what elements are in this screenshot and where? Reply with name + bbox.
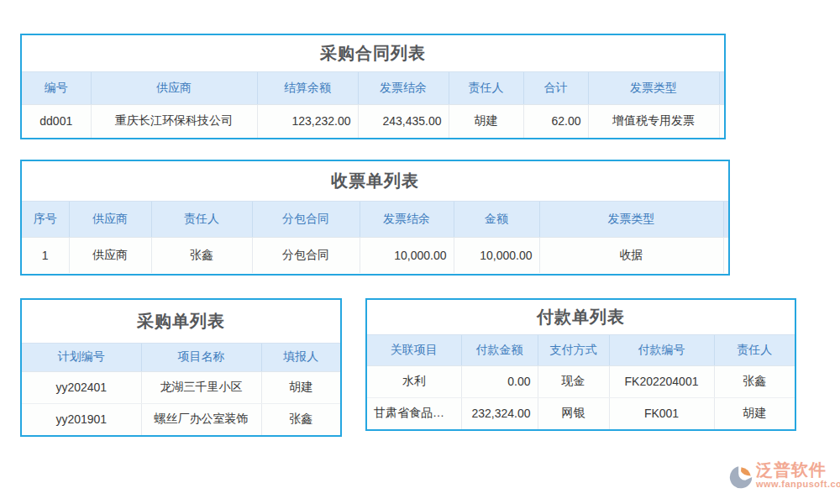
cell: 胡建 [714, 397, 795, 429]
cell: FK202204001 [609, 365, 714, 397]
column-header: 发票结余 [358, 72, 449, 104]
purchase-contract-table-title: 采购合同列表 [22, 35, 724, 72]
column-header: 金额 [454, 202, 539, 237]
column-header: 计划编号 [22, 344, 141, 371]
table-row[interactable]: yy201901螺丝厂办公室装饰张鑫 [22, 403, 340, 435]
column-header: 付款金额 [461, 335, 538, 365]
column-header: 编号 [22, 72, 91, 104]
fanpu-logo-icon [727, 464, 754, 491]
cell: 232,324.00 [461, 397, 538, 429]
header-row: 计划编号项目名称填报人 [22, 344, 340, 371]
column-header: 发票结余 [360, 202, 454, 237]
cell: yy201901 [22, 403, 141, 435]
cell: 龙湖三千里小区 [141, 371, 261, 403]
cell: 甘肃省食品药... [367, 397, 461, 429]
fanpu-brand-text: 泛普软件 [756, 461, 840, 478]
table-row[interactable]: 1供应商张鑫分包合同10,000.0010,000.00收据 [22, 237, 728, 273]
header-row: 编号供应商结算余额发票结余责任人合计发票类型 [22, 72, 724, 104]
column-header: 责任人 [151, 202, 252, 237]
cell: 收据 [539, 237, 723, 273]
cell: 螺丝厂办公室装饰 [141, 403, 261, 435]
cell: 123,232.00 [257, 104, 358, 138]
cell: 胡建 [449, 104, 523, 138]
cell: 供应商 [69, 237, 151, 273]
scroll-strip [723, 237, 728, 273]
table-row[interactable]: yy202401龙湖三千里小区胡建 [22, 371, 340, 403]
cell: 张鑫 [261, 403, 340, 435]
cell: 胡建 [261, 371, 340, 403]
cell: 张鑫 [151, 237, 252, 273]
column-header: 供应商 [91, 72, 257, 104]
column-header: 项目名称 [141, 344, 261, 371]
column-header: 供应商 [69, 202, 151, 237]
table-row[interactable]: 水利0.00现金FK202204001张鑫 [367, 365, 795, 397]
column-header: 关联项目 [367, 335, 461, 365]
column-header: 付款编号 [609, 335, 714, 365]
cell: 10,000.00 [454, 237, 539, 273]
cell: yy202401 [22, 371, 141, 403]
column-header: 发票类型 [539, 202, 723, 237]
column-header: 分包合同 [252, 202, 360, 237]
cell: dd001 [22, 104, 91, 138]
cell: 网银 [538, 397, 609, 429]
payment-list-table-title: 付款单列表 [367, 300, 795, 335]
scroll-strip [719, 72, 724, 104]
column-header: 合计 [523, 72, 588, 104]
column-header: 支付方式 [538, 335, 609, 365]
purchase-order-table: 计划编号项目名称填报人yy202401龙湖三千里小区胡建yy201901螺丝厂办… [22, 344, 340, 435]
cell: 重庆长江环保科技公司 [91, 104, 257, 138]
scroll-strip [719, 104, 724, 138]
cell: 1 [22, 237, 69, 273]
table-row[interactable]: dd001重庆长江环保科技公司123,232.00243,435.00胡建62.… [22, 104, 724, 138]
table-row[interactable]: 甘肃省食品药...232,324.00网银FK001胡建 [367, 397, 795, 429]
scroll-strip [723, 202, 728, 237]
payment-list-table: 关联项目付款金额支付方式付款编号责任人水利0.00现金FK202204001张鑫… [367, 335, 795, 429]
cell: 水利 [367, 365, 461, 397]
cell: 0.00 [461, 365, 538, 397]
receipt-list-table: 序号供应商责任人分包合同发票结余金额发票类型1供应商张鑫分包合同10,000.0… [22, 202, 728, 273]
column-header: 结算余额 [257, 72, 358, 104]
cell: FK001 [609, 397, 714, 429]
purchase-contract-table-card: 采购合同列表 编号供应商结算余额发票结余责任人合计发票类型dd001重庆长江环保… [20, 34, 726, 139]
column-header: 发票类型 [588, 72, 719, 104]
header-row: 关联项目付款金额支付方式付款编号责任人 [367, 335, 795, 365]
cell: 62.00 [523, 104, 588, 138]
cell: 分包合同 [252, 237, 360, 273]
cell: 243,435.00 [358, 104, 449, 138]
header-row: 序号供应商责任人分包合同发票结余金额发票类型 [22, 202, 728, 237]
receipt-list-table-title: 收票单列表 [22, 161, 728, 202]
fanpu-watermark: 泛普软件 www.fanpusoft.com [727, 461, 835, 498]
purchase-order-table-card: 采购单列表 计划编号项目名称填报人yy202401龙湖三千里小区胡建yy2019… [20, 298, 342, 437]
column-header: 责任人 [449, 72, 523, 104]
cell: 张鑫 [714, 365, 795, 397]
cell: 现金 [538, 365, 609, 397]
column-header: 序号 [22, 202, 69, 237]
column-header: 填报人 [261, 344, 340, 371]
fanpu-url-text: www.fanpusoft.com [756, 480, 840, 489]
purchase-contract-table: 编号供应商结算余额发票结余责任人合计发票类型dd001重庆长江环保科技公司123… [22, 72, 724, 138]
column-header: 责任人 [714, 335, 795, 365]
purchase-order-table-title: 采购单列表 [22, 300, 340, 344]
cell: 增值税专用发票 [588, 104, 719, 138]
cell: 10,000.00 [360, 237, 454, 273]
receipt-list-table-card: 收票单列表 序号供应商责任人分包合同发票结余金额发票类型1供应商张鑫分包合同10… [20, 160, 730, 276]
payment-list-table-card: 付款单列表 关联项目付款金额支付方式付款编号责任人水利0.00现金FK20220… [365, 298, 796, 431]
